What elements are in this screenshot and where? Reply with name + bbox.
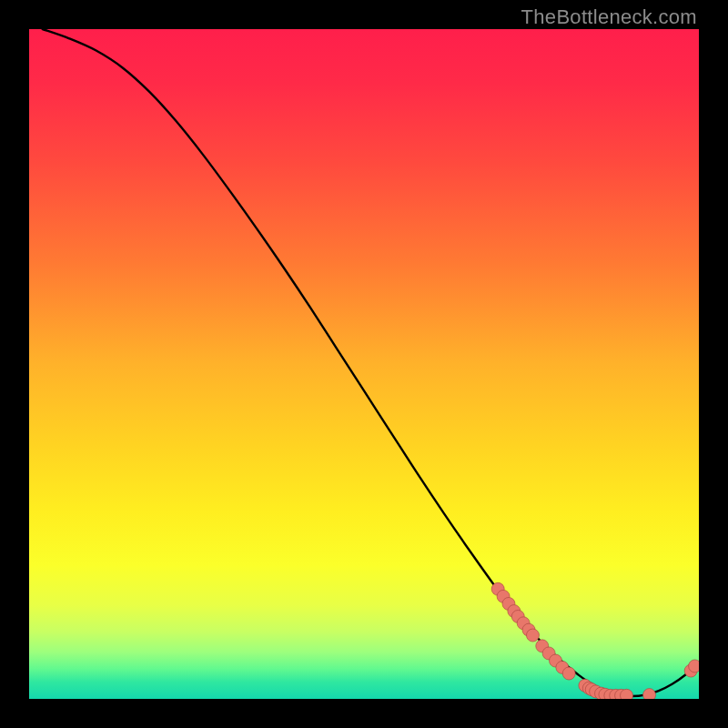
data-marker: [621, 689, 633, 699]
marker-group: [491, 582, 699, 699]
plot-area: [29, 29, 699, 699]
bottleneck-curve: [43, 29, 699, 696]
data-marker: [562, 667, 575, 680]
data-marker: [643, 689, 656, 699]
data-marker: [526, 629, 539, 642]
curve-layer: [29, 29, 699, 699]
data-marker: [689, 660, 699, 672]
chart-stage: TheBottleneck.com: [0, 0, 728, 728]
watermark-text: TheBottleneck.com: [521, 5, 697, 29]
